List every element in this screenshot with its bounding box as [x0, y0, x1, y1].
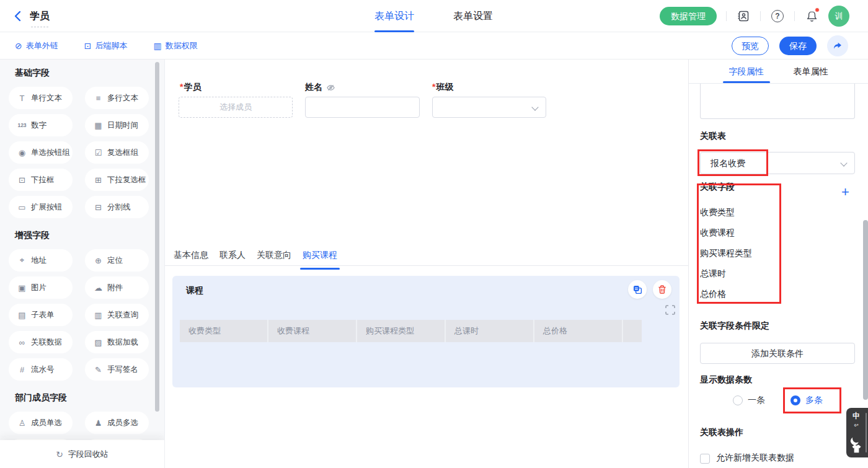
sidebar-field-item[interactable]: ◉单选按钮组 [9, 141, 73, 164]
ime-handle [866, 413, 867, 453]
sidebar-field-item[interactable]: ⊕定位 [85, 249, 149, 272]
help-icon[interactable]: ? [771, 10, 784, 22]
course-subtable-panel[interactable]: 课程 收费类型收费课程购买课程类型总课时总价格 [172, 276, 680, 387]
table-column-header: 购买课程类型 [357, 320, 446, 342]
sidebar-field-item[interactable]: ⌖地址 [9, 249, 73, 272]
expand-icon[interactable] [665, 305, 675, 315]
notification-bell-icon[interactable] [804, 9, 819, 24]
sidebar-field-item[interactable]: T单行文本 [9, 87, 73, 109]
related-field-item[interactable]: 购买课程类型 [700, 243, 781, 263]
toolbar-link[interactable]: ⊘表单外链 [15, 40, 58, 51]
ime-toolbar[interactable]: 中 °’ [846, 408, 868, 457]
form-title[interactable]: 学员 [30, 10, 50, 23]
sidebar-field-item[interactable]: 123数字 [9, 114, 73, 136]
radio-group-icon: ◉ [17, 148, 27, 157]
copy-button[interactable] [628, 280, 647, 299]
inspector-scrollbar[interactable] [863, 220, 868, 400]
radio-option-multiple[interactable]: 多条 [790, 393, 823, 408]
delete-button[interactable] [653, 280, 671, 299]
sidebar-section-grid: T单行文本≡多行文本123数字▦日期时间◉单选按钮组☑复选框组⊡下拉框⊞下拉复选… [9, 87, 164, 218]
chevron-down-icon [840, 159, 847, 166]
sidebar-field-item[interactable]: ≡多行文本 [85, 87, 149, 109]
sidebar-field-item[interactable]: ✎手写签名 [85, 358, 149, 381]
sidebar-section-title: 部门成员字段 [15, 391, 164, 404]
related-field-item[interactable]: 收费课程 [700, 223, 781, 243]
sidebar-field-item[interactable]: ⊟分割线 [85, 196, 149, 218]
sidebar-field-item[interactable]: ⊡下拉框 [9, 169, 73, 191]
add-condition-button[interactable]: 添加关联条件 [700, 343, 855, 364]
related-field-item[interactable]: 收费类型 [700, 202, 781, 223]
ime-language-icon[interactable]: 中 [851, 411, 862, 421]
sidebar-field-label: 数据加载 [107, 337, 138, 348]
sidebar-field-label: 子表单 [31, 310, 55, 320]
allow-add-checkbox[interactable] [700, 454, 710, 464]
related-field-item[interactable]: 总课时 [700, 263, 781, 284]
divider [726, 11, 727, 21]
serial-number-icon: # [17, 365, 27, 374]
image-icon: ▣ [17, 283, 27, 293]
sidebar-field-label: 下拉框 [31, 175, 55, 185]
number-icon: 123 [17, 122, 27, 128]
sidebar-field-item[interactable]: ▥关联查询 [85, 304, 149, 326]
sidebar-field-item[interactable]: ∞关联数据 [9, 331, 73, 353]
avatar[interactable]: 训 [828, 6, 849, 27]
radio-option-single[interactable]: 一条 [733, 393, 765, 408]
sidebar-field-item[interactable]: ☑复选框组 [85, 141, 149, 164]
form-design-canvas: *学员 姓名 *班级 选择成员 基本信息联系人关联意向购买课程 课程 收费类型收… [165, 60, 688, 468]
sidebar-field-item[interactable]: ♟成员多选 [85, 412, 149, 434]
toolbar-link[interactable]: ▥数据权限 [153, 40, 197, 51]
field-label-student: *学员 [180, 82, 201, 93]
header-tab[interactable]: 表单设置 [453, 0, 493, 32]
ime-punctuation-icon[interactable]: °’ [851, 422, 862, 432]
sidebar-field-item[interactable]: #流水号 [9, 358, 73, 381]
name-text-field[interactable] [305, 97, 420, 118]
sidebar-field-item[interactable]: ⊞下拉复选框 [85, 169, 149, 191]
sidebar-field-label: 附件 [107, 283, 123, 293]
ime-skin-icon[interactable] [851, 444, 862, 453]
member-select-field[interactable]: 选择成员 [179, 97, 293, 118]
subtable-header: 收费类型收费课程购买课程类型总课时总价格 [180, 320, 642, 342]
detail-tab[interactable]: 联系人 [219, 248, 246, 265]
sidebar-sections: 基础字段T单行文本≡多行文本123数字▦日期时间◉单选按钮组☑复选框组⊡下拉框⊞… [0, 60, 164, 461]
single-line-text-icon: T [17, 94, 27, 103]
inspector-tab[interactable]: 字段属性 [729, 60, 764, 83]
sidebar-section-title: 基础字段 [15, 66, 164, 79]
detail-tab[interactable]: 基本信息 [174, 248, 208, 265]
inspector-tabs: 字段属性表单属性 [689, 60, 868, 84]
sidebar-field-item[interactable]: ♙成员单选 [9, 412, 73, 434]
sidebar-field-label: 多行文本 [107, 93, 138, 104]
header-tab[interactable]: 表单设计 [374, 0, 414, 32]
sidebar-field-item[interactable]: ▣图片 [9, 276, 73, 299]
related-field-item[interactable]: 总价格 [700, 284, 781, 304]
related-table-select[interactable]: 报名收费 [700, 152, 855, 174]
sidebar-field-label: 单选按钮组 [31, 148, 70, 158]
sidebar-scrollbar[interactable] [155, 62, 159, 412]
toolbar-link[interactable]: ⊡后端脚本 [84, 40, 128, 51]
trash-icon [657, 285, 667, 294]
sidebar-field-item[interactable]: ☁附件 [85, 276, 149, 299]
sidebar-field-item[interactable]: ▤子表单 [9, 304, 73, 326]
detail-tab[interactable]: 关联意向 [257, 248, 291, 265]
back-icon[interactable] [12, 11, 24, 22]
allow-add-label: 允许新增关联表数据 [716, 453, 794, 464]
add-related-field-icon[interactable]: + [841, 185, 849, 199]
inspector-tab[interactable]: 表单属性 [794, 60, 828, 83]
sidebar-field-item[interactable]: ▦日期时间 [85, 114, 149, 136]
field-recycle-bin-button[interactable]: ↻ 字段回收站 [0, 440, 164, 468]
divider [760, 11, 761, 21]
field-name-input[interactable] [700, 84, 855, 119]
data-manage-button[interactable]: 数据管理 [660, 7, 717, 25]
share-button[interactable] [827, 35, 848, 56]
sidebar-field-item[interactable]: ▨数据加载 [85, 331, 149, 353]
related-table-label: 关联表 [700, 131, 726, 142]
detail-tab[interactable]: 购买课程 [303, 248, 337, 265]
preview-button[interactable]: 预览 [732, 37, 769, 55]
sidebar-field-label: 单行文本 [31, 93, 62, 104]
contacts-icon[interactable] [736, 9, 751, 24]
save-button[interactable]: 保存 [779, 37, 817, 55]
ime-halfwidth-moon-icon[interactable] [852, 434, 862, 444]
location-icon: ⊕ [93, 256, 104, 265]
sidebar-field-label: 手写签名 [107, 364, 138, 375]
class-select-field[interactable] [432, 97, 546, 118]
sidebar-field-item[interactable]: ▭扩展按钮 [9, 196, 73, 218]
